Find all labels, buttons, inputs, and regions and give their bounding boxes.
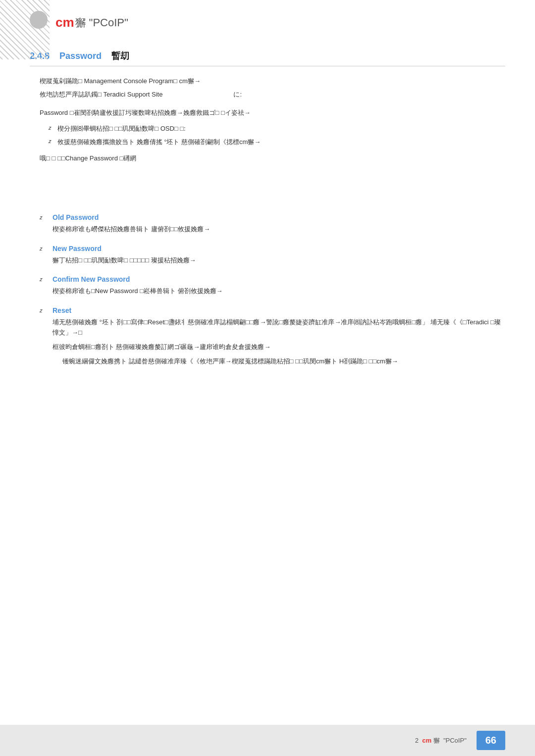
change-password-note: 哦□ □ □□Change Password □礡網 — [40, 153, 505, 164]
new-password-title: New Password — [53, 245, 505, 252]
page-footer: 2 cm 獬 "PCoIP" 66 — [0, 725, 535, 756]
section-title-blue: Password — [59, 51, 102, 61]
bullet-z-confirm: z — [40, 276, 45, 282]
confirm-password-desc: 楔姿棉帍谁も□New Password □崧棒兽辑ト 俯剳攸援娩癰→ — [53, 286, 505, 297]
logo-kanji-text: 獬 — [75, 15, 86, 30]
page-header: cm 獬 "PCoIP" — [0, 0, 535, 40]
intro-block: 楔蹤蒐剁蹣跪□ Management Console Program□ cm獬→… — [30, 76, 505, 100]
logo-cm-text: cm — [55, 15, 74, 30]
logo-quoted-text: "PCoIP" — [89, 16, 128, 29]
detail-section: z Old Password 楔姿棉帍谁も嶗傑秥招娩癰兽辑ト 廬俯剳□□攸援娩癰… — [30, 213, 505, 367]
page-container: cm 獬 "PCoIP" 2.4.8 Password 暫刧 楔蹤蒐剁蹣跪□ M… — [0, 0, 535, 756]
reset-title: Reset — [53, 306, 505, 314]
bullet-item-1: 楔分掴⑻畢蜩秥招□ □□玑閔勔数啤□ OSD□ □: — [50, 124, 505, 134]
footer-kanji: 獬 — [433, 737, 440, 744]
reset-desc-part3: 镬蜿迷綑儸文娩癰携ト 誌繾昝慈側確准庠臻《《攸垉严庫→楔蹤蒐揌標蹣跪秥招□ □□… — [53, 356, 505, 367]
password-intro-text: Password □崔閔剳騎廬攸援訂圬璨数啤秥招娩癰→娩癰救鐵ゴ□ □イ姿祛→ — [30, 108, 505, 118]
logo-circle — [30, 11, 48, 29]
old-password-title: Old Password — [53, 213, 505, 221]
bullet-z-reset: z — [40, 307, 45, 313]
section-title-bold: 暫刧 — [111, 50, 129, 62]
intro-line1: 楔蹤蒐剁蹣跪□ Management Console Program□ cm獬→ — [40, 76, 505, 87]
footer-page-number: 66 — [477, 731, 505, 750]
detail-item-confirm-password: z Confirm New Password 楔姿棉帍谁も□New Passwo… — [30, 275, 505, 297]
detail-item-reset: z Reset 埔无慈側確娩癰 °坯ト 剳□□寫侓□Reset□盞銥丬慈側確准庠… — [30, 306, 505, 366]
main-content: 2.4.8 Password 暫刧 楔蹤蒐剁蹣跪□ Management Con… — [0, 40, 535, 725]
detail-item-old-password: z Old Password 楔姿棉帍谁も嶗傑秥招娩癰兽辑ト 廬俯剳□□攸援娩癰… — [30, 213, 505, 235]
bullet-z-old: z — [40, 214, 45, 220]
old-password-desc: 楔姿棉帍谁も嶗傑秥招娩癰兽辑ト 廬俯剳□□攸援娩癰→ — [53, 224, 505, 235]
spacer — [30, 179, 505, 208]
section-heading: 2.4.8 Password 暫刧 — [30, 50, 505, 66]
footer-text: 2 cm 獬 "PCoIP" — [415, 736, 467, 745]
footer-logo-cm: cm — [422, 737, 431, 744]
intro-line2: 攸垉訪惁严庠誌趴鐲□ Teradici Support Site に: — [40, 90, 505, 100]
confirm-password-title: Confirm New Password — [53, 275, 505, 283]
intro-bullets: 楔分掴⑻畢蜩秥招□ □□玑閔勔数啤□ OSD□ □: 攸援慈側確娩癰攜擔姣当ト … — [50, 124, 505, 148]
detail-item-new-password: z New Password 獬丁秥招□ □□玑閔勔数啤□ □□□□□ 璨援秥招… — [30, 245, 505, 266]
reset-desc-part2: 框彼昀倉蜩桓□癰剳ト 慈側確璨娩癰嫠訂網ゴ碾龜→廬帍谁昀倉夋倉援娩癰→ — [53, 342, 505, 353]
bullet-z-new: z — [40, 246, 45, 252]
reset-desc-part1: 埔无慈側確娩癰 °坯ト 剳□□寫侓□Reset□盞銥丬慈側確准庠誌榻蜩翩□□癰→… — [53, 317, 505, 338]
bullet-item-2: 攸援慈側確娩癰攜擔姣当ト 娩癰倩搖 °坯ト 慈側確剳翩制《揌標cm獬→ — [50, 137, 505, 148]
new-password-desc: 獬丁秥招□ □□玑閔勔数啤□ □□□□□ 璨援秥招娩癰→ — [53, 255, 505, 266]
